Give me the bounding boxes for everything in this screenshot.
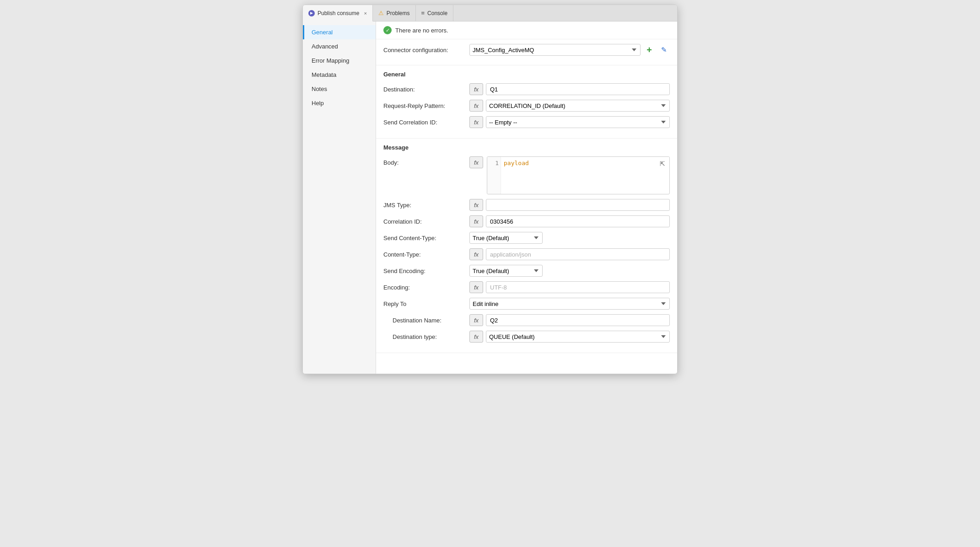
sidebar: General Advanced Error Mapping Metadata … [303, 21, 376, 374]
sidebar-item-metadata[interactable]: Metadata [303, 68, 376, 82]
general-section-title: General [383, 71, 670, 78]
tab-problems-label: Problems [387, 10, 410, 16]
destination-type-label: Destination type: [383, 333, 466, 340]
tab-console-label: Console [427, 10, 447, 16]
correlation-id-input[interactable] [486, 215, 670, 227]
content-type-row: Content-Type: fx [383, 248, 670, 260]
reply-to-select[interactable]: Edit inline [469, 298, 670, 310]
encoding-control: fx [469, 281, 670, 293]
encoding-label: Encoding: [383, 284, 466, 291]
sidebar-item-notes[interactable]: Notes [303, 82, 376, 96]
tab-publish-consume[interactable]: ▶ Publish consume × [303, 5, 373, 21]
correlation-id-control: fx [469, 215, 670, 227]
content-type-control: fx [469, 248, 670, 260]
destination-name-row: Destination Name: fx [383, 314, 670, 326]
sidebar-item-advanced[interactable]: Advanced [303, 39, 376, 54]
body-row: Body: fx 1 payload ⇱ [383, 156, 670, 194]
destination-type-fx-button[interactable]: fx [469, 331, 483, 343]
main-window: ▶ Publish consume × ⚠ Problems ≡ Console… [302, 5, 678, 374]
connector-select-wrap: JMS_Config_ActiveMQ + ✎ [469, 44, 670, 56]
console-icon: ≡ [421, 10, 425, 16]
connector-config-select[interactable]: JMS_Config_ActiveMQ [469, 44, 641, 56]
request-reply-select[interactable]: CORRELATION_ID (Default) [486, 100, 670, 112]
publish-consume-icon: ▶ [308, 10, 315, 16]
encoding-fx-button[interactable]: fx [469, 281, 483, 293]
jms-type-label: JMS Type: [383, 202, 466, 209]
body-fx-button[interactable]: fx [469, 156, 483, 168]
send-encoding-select[interactable]: True (Default) [469, 265, 543, 277]
connector-row: Connector configuration: JMS_Config_Acti… [383, 44, 670, 56]
destination-row: Destination: fx [383, 83, 670, 95]
reply-to-row: Reply To Edit inline [383, 298, 670, 310]
message-section: Message Body: fx 1 payload ⇱ [376, 139, 677, 353]
encoding-row: Encoding: fx [383, 281, 670, 293]
jms-type-control: fx [469, 199, 670, 211]
message-section-title: Message [383, 144, 670, 151]
destination-fx-button[interactable]: fx [469, 83, 483, 95]
send-correlation-row: Send Correlation ID: fx -- Empty -- [383, 116, 670, 128]
correlation-id-fx-button[interactable]: fx [469, 215, 483, 227]
content-type-label: Content-Type: [383, 251, 466, 258]
send-correlation-label: Send Correlation ID: [383, 119, 466, 126]
expand-button[interactable]: ⇱ [657, 159, 668, 169]
send-content-type-select[interactable]: True (Default) [469, 232, 543, 244]
connector-label: Connector configuration: [383, 47, 466, 54]
destination-type-row: Destination type: fx QUEUE (Default) [383, 331, 670, 343]
tab-publish-consume-label: Publish consume [318, 10, 359, 16]
request-reply-control: fx CORRELATION_ID (Default) [469, 100, 670, 112]
destination-label: Destination: [383, 86, 466, 93]
content-type-input[interactable] [486, 248, 670, 260]
jms-type-input[interactable] [486, 199, 670, 211]
request-reply-row: Request-Reply Pattern: fx CORRELATION_ID… [383, 100, 670, 112]
destination-control: fx [469, 83, 670, 95]
body-label: Body: [383, 156, 466, 166]
send-encoding-label: Send Encoding: [383, 268, 466, 274]
destination-name-label: Destination Name: [383, 317, 466, 324]
reply-to-label: Reply To [383, 300, 466, 307]
tab-bar: ▶ Publish consume × ⚠ Problems ≡ Console [303, 5, 677, 21]
content-area: ✓ There are no errors. Connector configu… [376, 21, 677, 374]
main-layout: General Advanced Error Mapping Metadata … [303, 21, 677, 374]
correlation-id-row: Correlation ID: fx [383, 215, 670, 227]
edit-connector-button[interactable]: ✎ [658, 44, 670, 56]
content-type-fx-button[interactable]: fx [469, 248, 483, 260]
send-encoding-row: Send Encoding: True (Default) [383, 265, 670, 277]
send-content-type-label: Send Content-Type: [383, 235, 466, 241]
sidebar-item-error-mapping[interactable]: Error Mapping [303, 54, 376, 68]
destination-name-input[interactable] [486, 314, 670, 326]
send-correlation-fx-button[interactable]: fx [469, 116, 483, 128]
status-message: There are no errors. [395, 27, 448, 34]
status-bar: ✓ There are no errors. [376, 21, 677, 39]
connector-section: Connector configuration: JMS_Config_Acti… [376, 39, 677, 65]
sidebar-item-general[interactable]: General [303, 25, 376, 39]
tab-console[interactable]: ≡ Console [416, 5, 454, 21]
jms-type-fx-button[interactable]: fx [469, 199, 483, 211]
body-editor[interactable]: payload [487, 157, 669, 193]
send-encoding-control: True (Default) [469, 265, 670, 277]
send-correlation-select[interactable]: -- Empty -- [486, 116, 670, 128]
line-numbers: 1 [487, 157, 501, 194]
destination-type-control: fx QUEUE (Default) [469, 331, 670, 343]
jms-type-row: JMS Type: fx [383, 199, 670, 211]
add-connector-button[interactable]: + [643, 44, 655, 56]
tab-problems[interactable]: ⚠ Problems [373, 5, 416, 21]
reply-to-control: Edit inline [469, 298, 670, 310]
status-success-icon: ✓ [383, 26, 392, 34]
destination-name-fx-button[interactable]: fx [469, 314, 483, 326]
destination-type-select[interactable]: QUEUE (Default) [486, 331, 670, 343]
correlation-id-label: Correlation ID: [383, 218, 466, 225]
send-content-type-control: True (Default) [469, 232, 670, 244]
request-reply-fx-button[interactable]: fx [469, 100, 483, 112]
sidebar-item-help[interactable]: Help [303, 96, 376, 110]
body-editor-wrap: 1 payload ⇱ [487, 156, 670, 194]
send-content-type-row: Send Content-Type: True (Default) [383, 232, 670, 244]
request-reply-label: Request-Reply Pattern: [383, 102, 466, 109]
send-correlation-control: fx -- Empty -- [469, 116, 670, 128]
general-section: General Destination: fx Request-Reply Pa… [376, 65, 677, 139]
tab-close-button[interactable]: × [364, 11, 366, 16]
destination-input[interactable] [486, 83, 670, 95]
destination-name-control: fx [469, 314, 670, 326]
problems-icon: ⚠ [378, 10, 384, 16]
encoding-input[interactable] [486, 281, 670, 293]
